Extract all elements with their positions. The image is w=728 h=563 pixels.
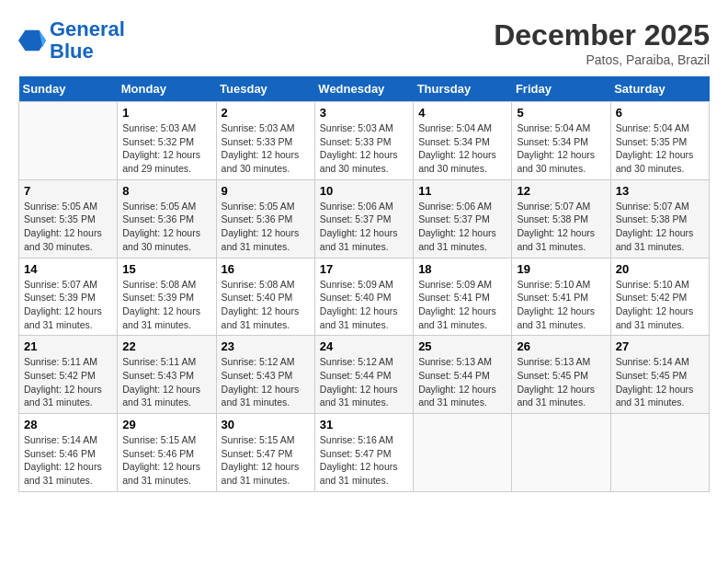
calendar-day-cell: 15Sunrise: 5:08 AMSunset: 5:39 PMDayligh…	[118, 258, 216, 336]
calendar-table: SundayMondayTuesdayWednesdayThursdayFrid…	[18, 76, 710, 492]
day-info: Sunrise: 5:04 AMSunset: 5:34 PMDaylight:…	[418, 121, 506, 176]
day-info: Sunrise: 5:07 AMSunset: 5:38 PMDaylight:…	[616, 200, 704, 254]
calendar-day-cell: 11Sunrise: 5:06 AMSunset: 5:37 PMDayligh…	[414, 179, 512, 258]
calendar-day-cell: 24Sunrise: 5:12 AMSunset: 5:44 PMDayligh…	[314, 336, 413, 414]
day-info: Sunrise: 5:12 AMSunset: 5:43 PMDaylight:…	[222, 355, 310, 409]
calendar-day-cell: 31Sunrise: 5:16 AMSunset: 5:47 PMDayligh…	[314, 414, 413, 492]
calendar-week-row: 28Sunrise: 5:14 AMSunset: 5:46 PMDayligh…	[19, 414, 710, 492]
day-number: 22	[122, 339, 210, 353]
day-info: Sunrise: 5:13 AMSunset: 5:45 PMDaylight:…	[517, 355, 605, 409]
day-info: Sunrise: 5:15 AMSunset: 5:46 PMDaylight:…	[122, 433, 210, 488]
day-info: Sunrise: 5:05 AMSunset: 5:35 PMDaylight:…	[24, 200, 112, 254]
logo-line2: Blue	[50, 40, 94, 63]
day-number: 6	[616, 106, 704, 120]
day-of-week-header: Tuesday	[216, 76, 314, 102]
day-number: 10	[320, 184, 408, 198]
day-number: 7	[24, 184, 112, 198]
day-number: 23	[222, 339, 310, 353]
day-number: 1	[122, 106, 210, 120]
day-info: Sunrise: 5:04 AMSunset: 5:35 PMDaylight:…	[616, 121, 704, 176]
day-number: 12	[517, 184, 605, 198]
day-number: 27	[616, 339, 704, 353]
calendar-week-row: 14Sunrise: 5:07 AMSunset: 5:39 PMDayligh…	[19, 258, 710, 336]
day-info: Sunrise: 5:09 AMSunset: 5:41 PMDaylight:…	[418, 278, 506, 332]
calendar-week-row: 1Sunrise: 5:03 AMSunset: 5:32 PMDaylight…	[19, 102, 710, 180]
logo: General Blue	[18, 18, 125, 63]
day-info: Sunrise: 5:09 AMSunset: 5:40 PMDaylight:…	[320, 278, 408, 332]
day-number: 29	[122, 418, 210, 431]
calendar-week-row: 21Sunrise: 5:11 AMSunset: 5:42 PMDayligh…	[19, 336, 710, 414]
calendar-week-row: 7Sunrise: 5:05 AMSunset: 5:35 PMDaylight…	[19, 179, 710, 258]
logo-text: General Blue	[50, 18, 125, 63]
day-info: Sunrise: 5:08 AMSunset: 5:39 PMDaylight:…	[122, 278, 210, 332]
calendar-day-cell: 6Sunrise: 5:04 AMSunset: 5:35 PMDaylight…	[610, 102, 709, 180]
day-number: 3	[320, 106, 408, 120]
day-number: 17	[320, 262, 408, 276]
page-subtitle: Patos, Paraiba, Brazil	[494, 52, 710, 67]
day-number: 24	[320, 339, 408, 353]
day-info: Sunrise: 5:14 AMSunset: 5:46 PMDaylight:…	[24, 433, 112, 488]
day-number: 9	[222, 184, 310, 198]
calendar-day-cell: 28Sunrise: 5:14 AMSunset: 5:46 PMDayligh…	[19, 414, 118, 492]
calendar-day-cell: 25Sunrise: 5:13 AMSunset: 5:44 PMDayligh…	[414, 336, 512, 414]
day-number: 26	[517, 339, 605, 353]
day-number: 20	[616, 262, 704, 276]
day-info: Sunrise: 5:03 AMSunset: 5:33 PMDaylight:…	[222, 121, 310, 176]
logo-line1: General	[50, 17, 125, 40]
day-of-week-header: Sunday	[19, 76, 118, 102]
day-info: Sunrise: 5:11 AMSunset: 5:43 PMDaylight:…	[122, 355, 210, 409]
page-header: General Blue December 2025 Patos, Paraib…	[18, 18, 710, 67]
day-info: Sunrise: 5:07 AMSunset: 5:39 PMDaylight:…	[24, 278, 112, 332]
calendar-day-cell	[414, 414, 512, 492]
calendar-day-cell: 3Sunrise: 5:03 AMSunset: 5:33 PMDaylight…	[314, 102, 413, 180]
calendar-day-cell: 12Sunrise: 5:07 AMSunset: 5:38 PMDayligh…	[512, 179, 610, 258]
day-info: Sunrise: 5:06 AMSunset: 5:37 PMDaylight:…	[320, 200, 408, 254]
day-number: 19	[517, 262, 605, 276]
calendar-day-cell: 7Sunrise: 5:05 AMSunset: 5:35 PMDaylight…	[19, 179, 118, 258]
day-number: 21	[24, 339, 112, 353]
day-number: 13	[616, 184, 704, 198]
day-info: Sunrise: 5:05 AMSunset: 5:36 PMDaylight:…	[122, 200, 210, 254]
title-block: December 2025 Patos, Paraiba, Brazil	[494, 18, 710, 67]
calendar-header-row: SundayMondayTuesdayWednesdayThursdayFrid…	[19, 76, 710, 102]
day-number: 15	[122, 262, 210, 276]
calendar-day-cell: 9Sunrise: 5:05 AMSunset: 5:36 PMDaylight…	[216, 179, 314, 258]
day-info: Sunrise: 5:13 AMSunset: 5:44 PMDaylight:…	[418, 355, 506, 409]
calendar-day-cell: 13Sunrise: 5:07 AMSunset: 5:38 PMDayligh…	[610, 179, 709, 258]
calendar-day-cell: 22Sunrise: 5:11 AMSunset: 5:43 PMDayligh…	[118, 336, 216, 414]
calendar-day-cell: 14Sunrise: 5:07 AMSunset: 5:39 PMDayligh…	[19, 258, 118, 336]
day-info: Sunrise: 5:12 AMSunset: 5:44 PMDaylight:…	[320, 355, 408, 409]
day-info: Sunrise: 5:03 AMSunset: 5:32 PMDaylight:…	[122, 121, 210, 176]
day-info: Sunrise: 5:16 AMSunset: 5:47 PMDaylight:…	[320, 433, 408, 488]
day-info: Sunrise: 5:11 AMSunset: 5:42 PMDaylight:…	[24, 355, 112, 409]
day-number: 4	[418, 106, 506, 120]
calendar-day-cell: 8Sunrise: 5:05 AMSunset: 5:36 PMDaylight…	[118, 179, 216, 258]
calendar-day-cell: 26Sunrise: 5:13 AMSunset: 5:45 PMDayligh…	[512, 336, 610, 414]
day-number: 25	[418, 339, 506, 353]
calendar-day-cell: 27Sunrise: 5:14 AMSunset: 5:45 PMDayligh…	[610, 336, 709, 414]
day-info: Sunrise: 5:08 AMSunset: 5:40 PMDaylight:…	[222, 278, 310, 332]
day-number: 28	[24, 418, 112, 431]
calendar-day-cell: 4Sunrise: 5:04 AMSunset: 5:34 PMDaylight…	[414, 102, 512, 180]
calendar-day-cell: 18Sunrise: 5:09 AMSunset: 5:41 PMDayligh…	[414, 258, 512, 336]
day-number: 16	[222, 262, 310, 276]
calendar-day-cell: 2Sunrise: 5:03 AMSunset: 5:33 PMDaylight…	[216, 102, 314, 180]
day-of-week-header: Wednesday	[314, 76, 413, 102]
day-info: Sunrise: 5:15 AMSunset: 5:47 PMDaylight:…	[222, 433, 310, 488]
calendar-day-cell: 1Sunrise: 5:03 AMSunset: 5:32 PMDaylight…	[118, 102, 216, 180]
day-number: 18	[418, 262, 506, 276]
calendar-day-cell: 5Sunrise: 5:04 AMSunset: 5:34 PMDaylight…	[512, 102, 610, 180]
day-of-week-header: Saturday	[610, 76, 709, 102]
calendar-day-cell: 10Sunrise: 5:06 AMSunset: 5:37 PMDayligh…	[314, 179, 413, 258]
day-info: Sunrise: 5:03 AMSunset: 5:33 PMDaylight:…	[320, 121, 408, 176]
day-of-week-header: Thursday	[414, 76, 512, 102]
day-number: 11	[418, 184, 506, 198]
day-info: Sunrise: 5:10 AMSunset: 5:42 PMDaylight:…	[616, 278, 704, 332]
day-info: Sunrise: 5:05 AMSunset: 5:36 PMDaylight:…	[222, 200, 310, 254]
calendar-day-cell: 20Sunrise: 5:10 AMSunset: 5:42 PMDayligh…	[610, 258, 709, 336]
logo-icon	[18, 27, 46, 54]
day-number: 8	[122, 184, 210, 198]
day-info: Sunrise: 5:10 AMSunset: 5:41 PMDaylight:…	[517, 278, 605, 332]
calendar-day-cell: 17Sunrise: 5:09 AMSunset: 5:40 PMDayligh…	[314, 258, 413, 336]
calendar-day-cell: 23Sunrise: 5:12 AMSunset: 5:43 PMDayligh…	[216, 336, 314, 414]
